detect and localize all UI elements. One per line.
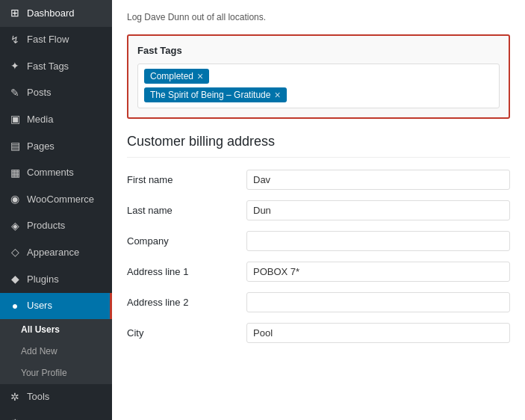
sidebar-item-tools[interactable]: ✲ Tools bbox=[0, 384, 112, 411]
billing-section-title: Customer billing address bbox=[127, 134, 510, 158]
fast-flow-icon: ↯ bbox=[9, 33, 21, 48]
users-submenu: All Users Add New Your Profile bbox=[0, 319, 112, 383]
sidebar-item-media[interactable]: ▣ Media bbox=[0, 106, 112, 133]
users-icon: ● bbox=[9, 299, 21, 314]
main-content: Log Dave Dunn out of all locations. Fast… bbox=[112, 0, 525, 420]
tag-completed[interactable]: Completed × bbox=[144, 69, 209, 84]
sidebar-item-products[interactable]: ◈ Products bbox=[0, 213, 112, 240]
comments-icon: ▦ bbox=[9, 166, 21, 181]
add-new-label: Add New bbox=[21, 345, 58, 358]
sidebar-item-users[interactable]: ● Users bbox=[0, 293, 112, 320]
label-company: Company bbox=[127, 235, 246, 247]
fast-tags-icon: ✦ bbox=[9, 59, 21, 74]
posts-icon: ✎ bbox=[9, 86, 21, 101]
sidebar-label-plugins: Plugins bbox=[27, 273, 59, 286]
input-city[interactable] bbox=[246, 323, 510, 343]
tag-spirit-label: The Spirit of Being – Gratitude bbox=[150, 90, 270, 100]
fast-tags-label: Fast Tags bbox=[137, 45, 500, 56]
dashboard-icon: ⊞ bbox=[9, 6, 21, 21]
plugins-icon: ◆ bbox=[9, 272, 21, 287]
sidebar: ⊞ Dashboard ↯ Fast Flow ✦ Fast Tags ✎ Po… bbox=[0, 0, 112, 420]
label-city: City bbox=[127, 327, 246, 339]
woocommerce-icon: ◉ bbox=[9, 192, 21, 207]
sidebar-label-tools: Tools bbox=[27, 390, 49, 404]
sidebar-item-add-new[interactable]: Add New bbox=[0, 341, 112, 362]
label-address2: Address line 2 bbox=[127, 297, 246, 308]
sidebar-item-all-users[interactable]: All Users bbox=[0, 319, 112, 341]
all-users-label: All Users bbox=[21, 324, 60, 336]
sidebar-label-posts: Posts bbox=[27, 86, 52, 99]
sidebar-label-fast-tags: Fast Tags bbox=[27, 60, 69, 73]
input-first-name[interactable] bbox=[246, 170, 510, 190]
sidebar-item-appearance[interactable]: ◇ Appearance bbox=[0, 239, 112, 266]
sidebar-item-fast-tags[interactable]: ✦ Fast Tags bbox=[0, 53, 112, 80]
input-address1[interactable] bbox=[246, 262, 510, 282]
tags-container[interactable]: Completed × The Spirit of Being – Gratit… bbox=[137, 64, 500, 108]
sidebar-item-fast-flow[interactable]: ↯ Fast Flow bbox=[0, 27, 112, 54]
sidebar-label-comments: Comments bbox=[27, 166, 74, 179]
form-row-first-name: First name bbox=[127, 170, 510, 190]
form-row-address2: Address line 2 bbox=[127, 292, 510, 312]
products-icon: ◈ bbox=[9, 219, 21, 234]
form-row-address1: Address line 1 bbox=[127, 262, 510, 282]
billing-form: First nameLast nameCompanyAddress line 1… bbox=[127, 170, 510, 343]
input-company[interactable] bbox=[246, 231, 510, 251]
tag-spirit-of-being[interactable]: The Spirit of Being – Gratitude × bbox=[144, 87, 287, 102]
sidebar-label-woocommerce: WooCommerce bbox=[27, 193, 94, 206]
form-row-city: City bbox=[127, 323, 510, 343]
sidebar-item-pages[interactable]: ▤ Pages bbox=[0, 133, 112, 160]
tools-icon: ✲ bbox=[9, 390, 21, 405]
tag-completed-label: Completed bbox=[150, 71, 193, 81]
sidebar-label-products: Products bbox=[27, 219, 65, 232]
settings-icon: ⚙ bbox=[9, 416, 21, 420]
appearance-icon: ◇ bbox=[9, 245, 21, 260]
sidebar-label-settings: Settings bbox=[27, 417, 62, 420]
pages-icon: ▤ bbox=[9, 139, 21, 154]
your-profile-label: Your Profile bbox=[21, 367, 67, 380]
form-row-company: Company bbox=[127, 231, 510, 251]
sidebar-item-plugins[interactable]: ◆ Plugins bbox=[0, 266, 112, 293]
sidebar-item-comments[interactable]: ▦ Comments bbox=[0, 160, 112, 187]
log-out-text: Log Dave Dunn out of all locations. bbox=[127, 12, 510, 22]
sidebar-label-fast-flow: Fast Flow bbox=[27, 33, 69, 46]
sidebar-item-your-profile[interactable]: Your Profile bbox=[0, 362, 112, 384]
sidebar-label-appearance: Appearance bbox=[27, 246, 79, 259]
sidebar-item-settings[interactable]: ⚙ Settings bbox=[0, 410, 112, 420]
sidebar-item-woocommerce[interactable]: ◉ WooCommerce bbox=[0, 186, 112, 213]
fast-tags-section: Fast Tags Completed × The Spirit of Bein… bbox=[127, 34, 510, 119]
media-icon: ▣ bbox=[9, 112, 21, 127]
sidebar-item-posts[interactable]: ✎ Posts bbox=[0, 80, 112, 107]
input-last-name[interactable] bbox=[246, 200, 510, 220]
sidebar-label-media: Media bbox=[27, 113, 53, 126]
sidebar-label-dashboard: Dashboard bbox=[27, 7, 75, 20]
input-address2[interactable] bbox=[246, 292, 510, 312]
sidebar-label-users: Users bbox=[27, 299, 52, 312]
label-address1: Address line 1 bbox=[127, 266, 246, 277]
tag-spirit-remove[interactable]: × bbox=[274, 90, 280, 100]
tag-completed-remove[interactable]: × bbox=[197, 71, 203, 81]
sidebar-label-pages: Pages bbox=[27, 140, 55, 153]
form-row-last-name: Last name bbox=[127, 200, 510, 220]
label-first-name: First name bbox=[127, 174, 246, 185]
label-last-name: Last name bbox=[127, 205, 246, 216]
sidebar-item-dashboard[interactable]: ⊞ Dashboard bbox=[0, 0, 112, 27]
